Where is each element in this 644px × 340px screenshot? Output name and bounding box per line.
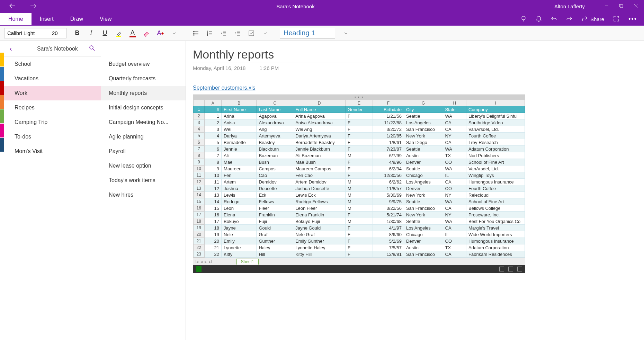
page-item[interactable]: Initial design concepts [101,100,186,115]
cell[interactable]: Seattle [404,198,443,205]
cell[interactable]: 3 [204,126,222,133]
cell[interactable]: Lewis [222,192,257,198]
page-title[interactable]: Monthly reports [193,48,637,61]
cell[interactable]: 22 [204,251,222,258]
undo-button[interactable] [551,16,557,23]
cell[interactable]: Emily Gunther [293,238,346,244]
cell[interactable]: Artem Demidov [293,179,346,185]
col-header[interactable]: G [404,100,443,106]
cell[interactable]: 6/2/94 [373,165,404,172]
cell[interactable]: TX [443,152,466,159]
cell[interactable]: Wei Ang [293,126,346,133]
page-item[interactable]: Quarterly forecasts [101,71,186,86]
cell[interactable]: 6 [204,146,222,152]
font-color-button[interactable]: A [129,29,136,37]
maximize-button[interactable] [619,3,623,9]
cell[interactable]: WA [443,198,466,205]
cell[interactable]: CA [443,179,466,185]
more-button[interactable]: ••• [628,16,637,23]
cell[interactable]: F [346,172,373,179]
cell[interactable]: Nele Graf [293,231,346,238]
cell[interactable]: 18 [204,225,222,231]
page-item[interactable]: New lease option [101,159,186,173]
page-item[interactable]: Budget overview [101,57,186,71]
cell[interactable]: F [346,133,373,139]
cell[interactable]: Fleer [257,205,293,212]
page-item[interactable]: Today's work items [101,173,186,188]
cell[interactable]: Relecloud [466,192,525,198]
cell[interactable]: New York [404,133,443,139]
cell[interactable]: Alexandrova [257,119,293,126]
cell[interactable]: Elena Franklin [293,212,346,218]
underline-button[interactable]: U [101,29,109,37]
cell[interactable]: Margie's Travel [466,225,525,231]
cell[interactable]: 8/6/60 [373,231,404,238]
excel-icon[interactable] [196,266,202,272]
cell[interactable]: 12/8/81 [373,251,404,258]
cell[interactable]: TX [443,244,466,251]
cell[interactable]: Jennie Blackburn [293,146,346,152]
cell[interactable]: 4 [204,133,222,139]
format-dropdown[interactable] [170,29,178,37]
cell[interactable]: 9/9/75 [373,198,404,205]
tab-draw[interactable]: Draw [62,13,91,25]
header-cell[interactable]: First Name [222,106,257,113]
section-item[interactable]: Work [4,86,101,100]
cell[interactable]: Trey Research [466,139,525,146]
cell[interactable]: Bellows College [466,205,525,212]
cell[interactable]: 5/21/74 [373,212,404,218]
cell[interactable]: F [346,126,373,133]
cell[interactable]: CO [443,159,466,165]
col-header[interactable]: D [293,100,346,106]
row-header[interactable]: 9 [194,159,205,165]
cell[interactable]: WA [443,218,466,225]
page-item[interactable]: New hires [101,188,186,202]
cell[interactable]: F [346,231,373,238]
lightbulb-icon[interactable] [520,16,527,23]
font-size-input[interactable] [49,28,66,38]
view-btn-2[interactable] [508,267,513,271]
cell[interactable]: Wei [222,126,257,133]
cell[interactable]: Austin [404,244,443,251]
cell[interactable]: F [346,113,373,119]
cell[interactable]: Proseware, Inc. [466,212,525,218]
cell[interactable]: 6/7/99 [373,152,404,159]
cell[interactable]: IL [443,172,466,179]
todo-tag-button[interactable] [248,29,255,37]
row-header[interactable]: 7 [194,146,205,152]
style-select[interactable] [280,28,335,39]
cell[interactable]: Adatum Corporation [466,244,525,251]
cell[interactable]: Humongous Insurance [466,238,525,244]
cell[interactable]: Arina Agapova [293,113,346,119]
cell[interactable]: VanArsdel, Ltd. [466,126,525,133]
italic-button[interactable]: I [87,29,95,37]
cell[interactable]: Seattle [404,146,443,152]
cell[interactable]: M [346,198,373,205]
search-button[interactable] [89,45,95,52]
cell[interactable]: Campos [257,165,293,172]
close-button[interactable] [634,3,638,9]
section-item[interactable]: Camping Trip [4,115,101,129]
notebook-title[interactable]: Sara's Notebook [26,46,89,52]
row-header[interactable]: 10 [194,165,205,172]
cell[interactable]: WA [443,113,466,119]
cell[interactable]: Southridge Video [466,119,525,126]
row-header[interactable]: 2 [194,113,205,119]
cell[interactable]: F [346,212,373,218]
cell[interactable]: 5/30/69 [373,192,404,198]
section-color-tab[interactable] [0,95,4,109]
cell[interactable]: 5/2/69 [373,238,404,244]
cell[interactable]: Los Angeles [404,225,443,231]
row-header[interactable]: 14 [194,192,205,198]
cell[interactable]: Bernadette [222,139,257,146]
cell[interactable]: Lewis Eck [293,192,346,198]
cell[interactable]: Mae Bush [293,159,346,165]
cell[interactable]: Maureen [222,165,257,172]
section-color-tab[interactable] [0,109,4,123]
cell[interactable]: 13 [204,192,222,198]
section-item[interactable]: To-dos [4,129,101,144]
cell[interactable]: Chicago [404,231,443,238]
cell[interactable]: NY [443,192,466,198]
cell[interactable]: San Diego [404,139,443,146]
cell[interactable]: F [346,146,373,152]
